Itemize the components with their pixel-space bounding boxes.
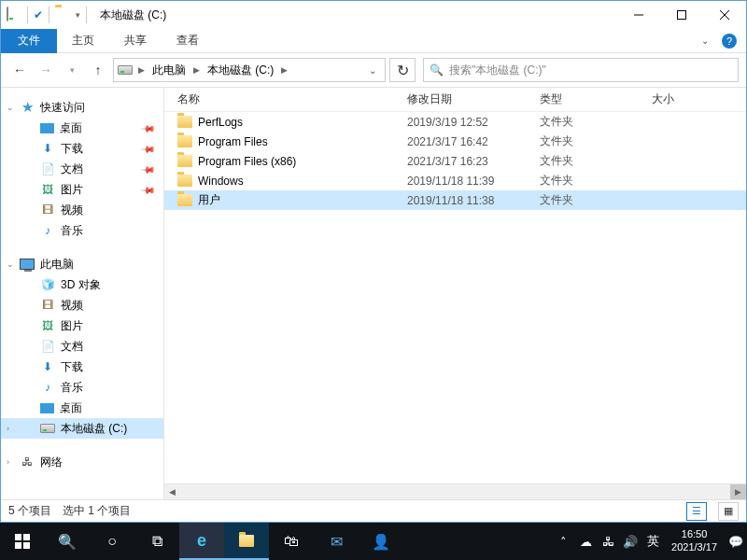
file-row[interactable]: Program Files2021/3/17 16:42文件夹 [164,132,746,151]
taskview-button[interactable]: ⧉ [134,523,179,560]
scroll-right-icon[interactable]: ▶ [730,484,746,500]
col-size[interactable]: 大小 [652,91,746,107]
cortana-button[interactable]: ○ [90,523,134,560]
nav-network[interactable]: ›🖧网络 [1,452,163,472]
expand-icon[interactable]: ⌄ [7,103,14,112]
svg-rect-7 [23,542,30,549]
file-type: 文件夹 [540,114,652,130]
tray-network-icon[interactable]: 🖧 [597,535,619,549]
quick-access-toolbar: ✔ ▾ [1,7,94,23]
nav-pane[interactable]: ⌄★快速访问 桌面📌 ⬇下载📌 📄文档📌 🖼图片📌 🎞视频 ♪音乐 ⌄此电脑 🧊… [1,88,164,499]
people-button[interactable]: 👤 [359,523,403,560]
titlebar: ✔ ▾ 本地磁盘 (C:) [1,1,746,29]
view-details-button[interactable]: ☰ [686,502,707,521]
nav-pictures[interactable]: 🖼图片📌 [1,179,163,200]
nav-label: 图片 [61,182,83,198]
file-name: Program Files (x86) [198,155,296,168]
minimize-button[interactable] [617,1,660,29]
nav-3d-objects[interactable]: 🧊3D 对象 [1,274,163,295]
nav-this-pc[interactable]: ⌄此电脑 [1,254,163,274]
tray-overflow-icon[interactable]: ˄ [552,535,574,549]
expand-icon[interactable]: › [7,457,9,467]
maximize-button[interactable] [660,1,703,29]
svg-rect-5 [23,534,30,540]
music-icon: ♪ [40,223,55,238]
nav-desktop2[interactable]: 桌面 [1,398,163,418]
nav-label: 音乐 [61,223,83,239]
content-pane: 名称 修改日期 类型 大小 PerfLogs2019/3/19 12:52文件夹… [164,88,746,499]
taskbar: 🔍 ○ ⧉ e 🛍 ✉ 👤 ˄ ☁ 🖧 🔊 英 16:50 2021/3/17 … [0,523,747,560]
refresh-button[interactable]: ↻ [389,58,416,82]
nav-videos[interactable]: 🎞视频 [1,200,163,220]
tab-share[interactable]: 共享 [109,33,162,49]
scrollbar-horizontal[interactable]: ◀ ▶ [164,483,746,499]
nav-desktop[interactable]: 桌面📌 [1,118,163,138]
forward-button[interactable]: → [35,59,57,81]
desktop-icon [40,123,54,133]
expand-icon[interactable]: › [7,424,9,433]
view-icons-button[interactable]: ▦ [718,502,739,521]
nav-quick-access[interactable]: ⌄★快速访问 [1,97,163,118]
nav-downloads2[interactable]: ⬇下载 [1,357,163,377]
tray-clock[interactable]: 16:50 2021/3/17 [664,528,725,554]
close-button[interactable] [703,1,746,29]
nav-documents2[interactable]: 📄文档 [1,336,163,357]
file-row[interactable]: Program Files (x86)2021/3/17 16:23文件夹 [164,151,746,171]
qat-properties-icon[interactable]: ✔ [34,8,43,21]
column-headers: 名称 修改日期 类型 大小 [164,88,746,112]
store-button[interactable]: 🛍 [269,523,314,560]
tray-ime[interactable]: 英 [641,533,664,550]
scroll-left-icon[interactable]: ◀ [164,484,180,500]
nav-videos2[interactable]: 🎞视频 [1,295,163,315]
nav-downloads[interactable]: ⬇下载📌 [1,138,163,159]
explorer-button[interactable] [224,523,269,560]
address-dropdown-icon[interactable]: ⌄ [364,65,381,76]
file-row[interactable]: Windows2019/11/18 11:39文件夹 [164,171,746,190]
file-type: 文件夹 [540,153,652,169]
expand-icon[interactable]: ⌄ [7,259,14,269]
address-bar[interactable]: ▶ 此电脑 ▶ 本地磁盘 (C:) ▶ ⌄ [113,58,386,82]
mail-button[interactable]: ✉ [314,523,359,560]
ribbon-collapse-icon[interactable]: ⌄ [694,35,716,46]
help-icon[interactable]: ? [722,34,737,49]
search-input[interactable]: 🔍 搜索"本地磁盘 (C:)" [423,58,739,82]
breadcrumb-sep-icon[interactable]: ▶ [136,65,147,75]
nav-pictures2[interactable]: 🖼图片 [1,315,163,336]
tab-view[interactable]: 查看 [162,33,214,49]
edge-button[interactable]: e [179,523,224,560]
nav-music[interactable]: ♪音乐 [1,220,163,241]
nav-documents[interactable]: 📄文档📌 [1,159,163,179]
nav-music2[interactable]: ♪音乐 [1,377,163,398]
recent-dropdown-icon[interactable]: ▾ [61,59,83,81]
start-button[interactable] [0,523,45,560]
pin-icon: 📌 [141,182,156,197]
tray-volume-icon[interactable]: 🔊 [619,535,641,549]
tab-file[interactable]: 文件 [1,29,57,53]
file-row[interactable]: PerfLogs2019/3/19 12:52文件夹 [164,112,746,132]
tray-onedrive-icon[interactable]: ☁ [574,535,597,549]
downloads-icon: ⬇ [40,141,55,156]
file-list[interactable]: PerfLogs2019/3/19 12:52文件夹Program Files2… [164,112,746,483]
col-type[interactable]: 类型 [540,91,652,107]
back-button[interactable]: ← [8,59,31,81]
qat-folder-icon[interactable] [55,7,70,22]
file-row[interactable]: 用户2019/11/18 11:38文件夹 [164,190,746,210]
breadcrumb-sep-icon[interactable]: ▶ [191,65,202,75]
file-type: 文件夹 [540,192,652,208]
breadcrumb-drive[interactable]: 本地磁盘 (C:) [205,61,275,80]
col-name[interactable]: 名称 [164,91,407,107]
breadcrumb-sep-icon[interactable]: ▶ [279,65,289,75]
body: ⌄★快速访问 桌面📌 ⬇下载📌 📄文档📌 🖼图片📌 🎞视频 ♪音乐 ⌄此电脑 🧊… [1,87,746,499]
svg-rect-6 [15,542,21,549]
tray-notifications-icon[interactable]: 💬 [725,535,747,549]
file-name: Program Files [198,135,268,148]
scroll-track[interactable] [180,484,730,500]
nav-drive-c[interactable]: ›本地磁盘 (C:) [1,418,163,439]
up-button[interactable]: ↑ [87,59,109,81]
tab-home[interactable]: 主页 [57,33,109,49]
breadcrumb-root[interactable]: 此电脑 [150,61,188,80]
col-date[interactable]: 修改日期 [407,91,540,107]
window-controls [617,1,746,29]
search-button[interactable]: 🔍 [45,523,90,560]
qat-dropdown-icon[interactable]: ▾ [76,10,80,20]
